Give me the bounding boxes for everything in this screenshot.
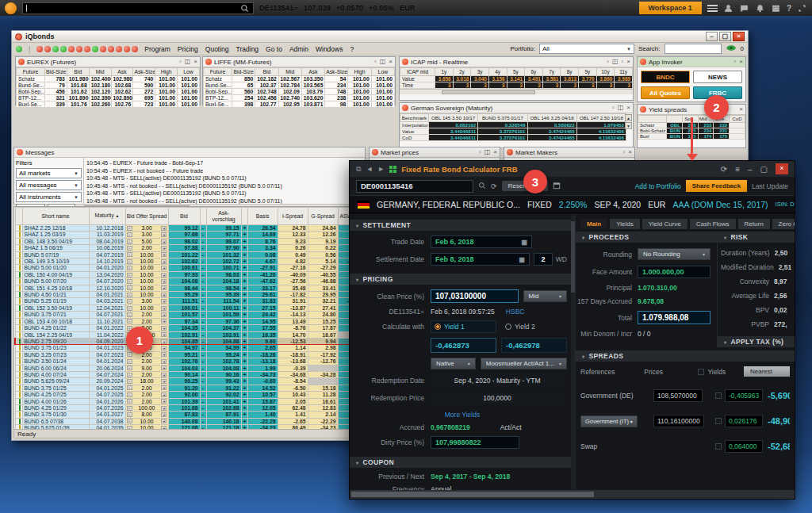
sell-button[interactable]: - xyxy=(200,265,206,271)
ask-price[interactable]: 104.88 xyxy=(206,338,241,344)
bond-row[interactable]: OBL 149 3.5 10/19 14.10.2019 -10.00+ 102… xyxy=(15,258,366,265)
decrease-spread-button[interactable]: - xyxy=(127,299,132,304)
tab[interactable]: Zero Curve xyxy=(772,219,795,229)
bond-row[interactable]: BUND 2.75 09/20 04.09.2020 -3.00+ 104.85… xyxy=(15,338,366,344)
coupon-section-header[interactable]: COUPON xyxy=(350,457,575,468)
bid-price[interactable]: 101.68 xyxy=(168,404,200,411)
yield2-radio[interactable]: Yield 2 xyxy=(501,320,567,333)
risk-section-header[interactable]: RISK xyxy=(718,232,795,243)
menu-item[interactable]: ? xyxy=(350,45,354,53)
ask-price[interactable]: 91.22 xyxy=(206,385,241,391)
iqbonds-search-input[interactable] xyxy=(665,44,722,54)
menu-item[interactable]: Trading xyxy=(236,45,259,53)
sell-button[interactable]: - xyxy=(200,392,206,398)
ask-price[interactable]: 102.72 xyxy=(206,258,241,265)
minimize-button[interactable]: – xyxy=(706,32,718,41)
bond-row[interactable]: BUND 3.50 01/24 04.01.2024 -2.00+ 102.76… xyxy=(15,358,366,365)
increase-spread-button[interactable]: + xyxy=(161,273,167,278)
workspace-button[interactable]: Workspace 1 xyxy=(639,2,702,14)
sell-button[interactable]: - xyxy=(200,298,206,304)
sell-button[interactable]: - xyxy=(200,238,206,244)
increase-spread-button[interactable]: + xyxy=(161,319,167,323)
sell-button[interactable]: - xyxy=(200,271,206,278)
messages-list[interactable]: 10:54:45 - EUREX - Future trade - Bobl-S… xyxy=(84,158,365,204)
global-search-input[interactable] xyxy=(22,2,254,14)
maximize-button[interactable]: ▢ xyxy=(719,32,731,41)
buy-button[interactable]: + xyxy=(241,351,247,358)
icap-hscrollbar[interactable] xyxy=(400,89,633,94)
increase-spread-button[interactable]: + xyxy=(161,352,167,357)
print-icon[interactable]: ▫ xyxy=(479,149,481,155)
table-row[interactable]: Schatz783101.980102.4000102.980740101.00… xyxy=(17,76,200,82)
buy-button[interactable]: + xyxy=(241,232,247,238)
buy-button[interactable]: + xyxy=(241,318,247,324)
frb-title-bar[interactable]: ⧉ ◄ ► Fixed Rate Bond Calculator FRB ⟳ ≡… xyxy=(350,161,795,177)
calendar-icon[interactable]: ▦ xyxy=(519,256,526,263)
buy-button[interactable]: + xyxy=(241,398,247,404)
bond-row[interactable]: OBL 152 3.50 04/19 12.04.2021 -10.00+ 10… xyxy=(15,304,366,311)
bid-price[interactable]: 99.12 xyxy=(168,225,200,232)
rounding-select[interactable]: No Rounding xyxy=(638,248,710,260)
bond-row[interactable]: BUND 5.25 01/19 04.03.2021 -3.00+ 111.51… xyxy=(15,298,366,304)
sell-button[interactable]: - xyxy=(200,245,206,251)
bid-price[interactable]: 104.08 xyxy=(168,278,200,285)
column-header-bid-offer-spread[interactable]: Bid Offer Spread xyxy=(125,208,168,225)
increase-spread-button[interactable]: + xyxy=(161,293,167,297)
sell-button[interactable]: - xyxy=(200,251,206,258)
bid-price[interactable]: 104.85 xyxy=(168,338,200,344)
benchmark-header[interactable]: OBL 147 2.50 10/18 xyxy=(576,114,626,122)
bond-row[interactable]: BUND 6.00 06/24 20.06.2024 -9.00+ 104.03… xyxy=(15,365,366,371)
increase-spread-button[interactable]: + xyxy=(161,332,167,337)
sell-button[interactable]: - xyxy=(200,325,206,331)
ask-price[interactable]: 103.91 xyxy=(206,331,241,338)
decrease-spread-button[interactable]: - xyxy=(127,412,132,417)
apps-icon[interactable] xyxy=(771,3,781,13)
buy-button[interactable]: + xyxy=(241,298,247,304)
decrease-spread-button[interactable]: - xyxy=(127,406,132,411)
increase-spread-button[interactable]: + xyxy=(161,279,167,284)
message-line[interactable]: 10:45:48 - MTS - not booked - - SELL(act… xyxy=(86,182,362,190)
bond-row[interactable]: BUND 4.00 01/26 04.01.2026 -2.00+ 101.39… xyxy=(15,398,366,404)
table-row[interactable]: Bobl-Sep...456101.62102.120102.62272101.… xyxy=(17,89,200,95)
yield2-method-select[interactable]: Moosmueller Act/Act 1... xyxy=(481,358,567,369)
sell-button[interactable]: - xyxy=(200,312,206,318)
buy-button[interactable]: + xyxy=(241,238,247,244)
sell-button[interactable]: - xyxy=(200,318,206,324)
tenor-header[interactable]: 10y xyxy=(596,68,615,76)
column-header[interactable]: Ask xyxy=(301,68,324,76)
sell-button[interactable]: - xyxy=(200,398,206,404)
bond-row[interactable]: BUND 6.5 07/38 04.07.2038 -10.00+ 140.08… xyxy=(15,418,366,424)
pin-icon[interactable]: ◫ xyxy=(380,59,386,65)
sell-button[interactable]: - xyxy=(200,345,206,351)
column-header[interactable]: Ask xyxy=(111,68,133,76)
bond-row[interactable]: OBL 151 4.25 10/18 12.10.2020 -10.00+ 98… xyxy=(15,285,366,291)
column-header[interactable]: Future xyxy=(204,68,232,76)
increase-spread-button[interactable]: + xyxy=(161,346,167,350)
increase-spread-button[interactable]: + xyxy=(161,226,167,231)
message-line[interactable]: 10:45:48 - MTS - not booked - - SELL(act… xyxy=(86,197,362,204)
yields-checkbox[interactable] xyxy=(698,369,704,375)
panel-title-bar[interactable]: App Invoker ▫× xyxy=(638,57,745,67)
increase-spread-button[interactable]: + xyxy=(161,373,167,377)
tab[interactable]: Yields xyxy=(610,219,640,229)
settlement-date-field[interactable]: Feb 8, 2018▦ xyxy=(431,253,530,266)
buy-button[interactable]: + xyxy=(241,278,247,285)
ask-price[interactable]: 98.07 xyxy=(206,238,241,244)
ask-price[interactable]: 97.90 xyxy=(206,245,241,251)
buy-button[interactable]: + xyxy=(241,392,247,398)
sell-button[interactable]: - xyxy=(200,412,206,418)
ask-price[interactable]: 104.18 xyxy=(206,278,241,285)
decrease-spread-button[interactable]: - xyxy=(127,379,132,384)
ask-price[interactable]: 99.15 xyxy=(206,225,241,232)
increase-spread-button[interactable]: + xyxy=(161,419,167,423)
ask-price[interactable]: 90.16 xyxy=(206,371,241,377)
decrease-spread-button[interactable]: - xyxy=(127,373,132,377)
close-icon[interactable]: × xyxy=(739,59,743,65)
settlement-section-header[interactable]: SETTLEMENT xyxy=(350,220,575,231)
increase-spread-button[interactable]: + xyxy=(161,359,167,364)
ask-price[interactable]: 98.03 xyxy=(206,271,241,278)
ask-price[interactable]: 104.37 xyxy=(206,325,241,331)
buy-button[interactable]: + xyxy=(241,285,247,291)
nearest-select[interactable]: Nearest xyxy=(744,366,790,377)
buy-button[interactable]: + xyxy=(241,245,247,251)
